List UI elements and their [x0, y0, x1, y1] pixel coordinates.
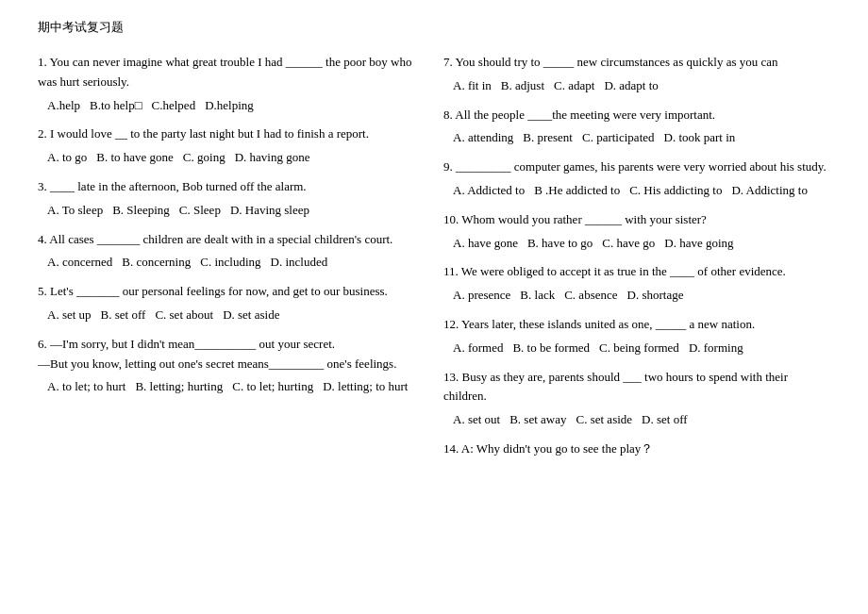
option: C. being formed: [599, 339, 679, 358]
question-text-q5: 5. Let's _______ our personal feelings f…: [38, 282, 425, 302]
question-text-q12: 12. Years later, these islands united as…: [443, 315, 830, 335]
option: D. set aside: [223, 306, 279, 325]
option: C.helped: [152, 96, 196, 116]
option: D. set off: [642, 410, 688, 430]
question-block-q11: 11. We were obliged to accept it as true…: [443, 262, 830, 306]
question-text-q9: 9. _________ computer games, his parents…: [443, 158, 830, 177]
options-q10: A. have goneB. have to goC. have goD. ha…: [453, 234, 830, 254]
option: A.help: [47, 96, 80, 116]
question-block-q4: 4. All cases _______ children are dealt …: [38, 230, 425, 274]
option: B. set away: [509, 410, 566, 430]
option: B .He addicted to: [534, 181, 620, 201]
option: D. forming: [689, 339, 743, 358]
option: A. attending: [453, 128, 513, 148]
option: C. going: [183, 148, 225, 168]
option: C. His addicting to: [629, 181, 722, 201]
question-text-q14: 14. A: Why didn't you go to see the play…: [443, 440, 830, 459]
question-block-q1: 1. You can never imagine what great trou…: [38, 53, 425, 115]
option: A. presence: [453, 286, 510, 306]
option: A. formed: [453, 339, 503, 358]
question-text-q2: 2. I would love __ to the party last nig…: [38, 124, 425, 144]
question-block-q9: 9. _________ computer games, his parents…: [443, 158, 830, 201]
option: C. set about: [155, 306, 213, 325]
question-text-q6: 6. —I'm sorry, but I didn't mean________…: [38, 335, 425, 374]
option: D.helping: [205, 96, 254, 116]
option: B. letting; hurting: [135, 377, 223, 397]
option: C. have go: [602, 234, 655, 254]
page-title: 期中考试复习题: [38, 19, 830, 36]
question-block-q13: 13. Busy as they are, parents should ___…: [443, 368, 830, 430]
option: A. Addicted to: [453, 181, 525, 201]
question-block-q3: 3. ____ late in the afternoon, Bob turne…: [38, 177, 425, 221]
question-text-q8: 8. All the people ____the meeting were v…: [443, 106, 830, 125]
option: B. to have gone: [96, 148, 174, 168]
option: A. set up: [47, 306, 92, 325]
option: D. adapt to: [604, 76, 658, 96]
options-q4: A. concernedB. concerningC. includingD. …: [47, 253, 425, 273]
option: A. to go: [47, 148, 87, 168]
option: A. concerned: [47, 253, 112, 273]
options-q5: A. set upB. set offC. set aboutD. set as…: [47, 306, 425, 325]
left-column: 1. You can never imagine what great trou…: [38, 53, 425, 473]
options-q8: A. attendingB. presentC. participatedD. …: [453, 128, 830, 148]
question-block-q12: 12. Years later, these islands united as…: [443, 315, 830, 358]
options-q1: A.helpB.to help□C.helpedD.helping: [47, 96, 425, 116]
question-block-q2: 2. I would love __ to the party last nig…: [38, 124, 425, 168]
option: A. set out: [453, 410, 500, 430]
question-text-q7: 7. You should try to _____ new circumsta…: [443, 53, 830, 73]
option: C. participated: [582, 128, 655, 148]
option: B. set off: [101, 306, 146, 325]
question-block-q6: 6. —I'm sorry, but I didn't mean________…: [38, 335, 425, 397]
options-q12: A. formedB. to be formedC. being formedD…: [453, 339, 830, 358]
options-q2: A. to goB. to have goneC. goingD. having…: [47, 148, 425, 168]
options-q6: A. to let; to hurtB. letting; hurtingC. …: [47, 377, 425, 397]
option: D. letting; to hurt: [323, 377, 408, 397]
question-text-q3: 3. ____ late in the afternoon, Bob turne…: [38, 177, 425, 197]
options-q13: A. set outB. set awayC. set asideD. set …: [453, 410, 830, 430]
option: B. lack: [520, 286, 555, 306]
option: A. To sleep: [47, 201, 103, 221]
option: C. to let; hurting: [232, 377, 313, 397]
option: C. including: [200, 253, 260, 273]
option: B. to be formed: [512, 339, 590, 358]
option: B. concerning: [122, 253, 191, 273]
right-column: 7. You should try to _____ new circumsta…: [443, 53, 830, 473]
option: C. adapt: [554, 76, 594, 96]
option: A. have gone: [453, 234, 518, 254]
option: B. have to go: [527, 234, 593, 254]
question-block-q7: 7. You should try to _____ new circumsta…: [443, 53, 830, 96]
question-block-q14: 14. A: Why didn't you go to see the play…: [443, 440, 830, 463]
question-text-q10: 10. Whom would you rather ______ with yo…: [443, 210, 830, 230]
option: B. adjust: [501, 76, 544, 96]
option: B.to help□: [90, 96, 142, 116]
question-block-q8: 8. All the people ____the meeting were v…: [443, 106, 830, 149]
question-block-q5: 5. Let's _______ our personal feelings f…: [38, 282, 425, 325]
option: C. absence: [564, 286, 617, 306]
question-text-q1: 1. You can never imagine what great trou…: [38, 53, 425, 92]
question-text-q11: 11. We were obliged to accept it as true…: [443, 262, 830, 282]
question-text-q4: 4. All cases _______ children are dealt …: [38, 230, 425, 250]
question-block-q10: 10. Whom would you rather ______ with yo…: [443, 210, 830, 254]
options-q7: A. fit inB. adjustC. adaptD. adapt to: [453, 76, 830, 96]
option: D. Addicting to: [731, 181, 808, 201]
option: D. having gone: [235, 148, 310, 168]
options-q3: A. To sleepB. SleepingC. SleepD. Having …: [47, 201, 425, 221]
option: D. included: [271, 253, 328, 273]
option: D. took part in: [664, 128, 736, 148]
options-q11: A. presenceB. lackC. absenceD. shortage: [453, 286, 830, 306]
options-q9: A. Addicted toB .He addicted toC. His ad…: [453, 181, 830, 201]
option: D. shortage: [627, 286, 684, 306]
option: C. Sleep: [179, 201, 221, 221]
option: B. present: [523, 128, 573, 148]
option: C. set aside: [576, 410, 633, 430]
question-text-q13: 13. Busy as they are, parents should ___…: [443, 368, 830, 407]
option: B. Sleeping: [112, 201, 170, 221]
option: D. have going: [664, 234, 733, 254]
option: A. to let; to hurt: [47, 377, 125, 397]
option: A. fit in: [453, 76, 492, 96]
option: D. Having sleep: [230, 201, 309, 221]
